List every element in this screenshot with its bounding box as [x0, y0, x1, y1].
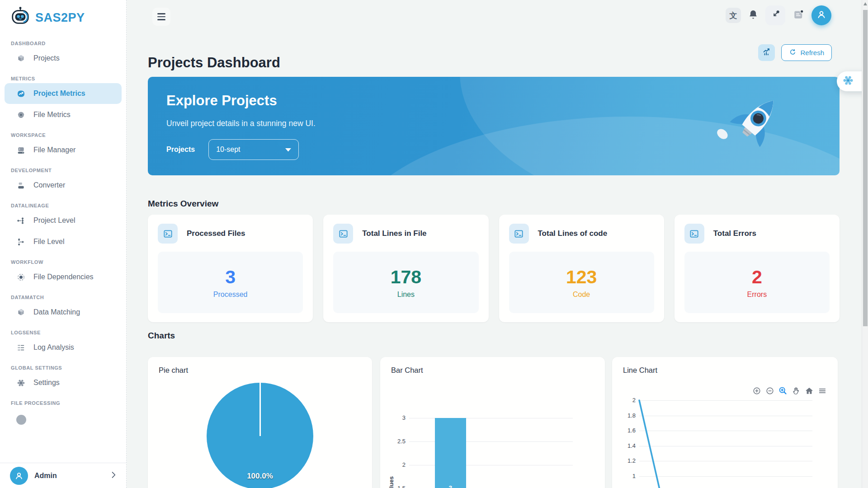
explore-banner: Explore Projects Unveil project details … — [148, 77, 840, 175]
bar-chart-area: 32.521.53Values — [380, 357, 605, 488]
scrollbar-thumb[interactable] — [863, 10, 868, 326]
bar-y-axis-title: Values — [388, 454, 395, 488]
home-icon[interactable] — [804, 386, 814, 395]
language-icon: 文 — [730, 10, 737, 21]
project-select-label: Projects — [166, 145, 195, 154]
user-avatar-button[interactable] — [811, 5, 831, 25]
app-name: SAS2PY — [35, 11, 85, 25]
sidebar-item-projects[interactable]: Projects — [5, 48, 122, 69]
language-button[interactable]: 文 — [726, 8, 741, 23]
topbar-actions: 文 — [726, 5, 831, 25]
sidebar-item-label: Project Level — [33, 216, 75, 225]
bar-series — [435, 418, 466, 488]
refresh-button[interactable]: Refresh — [781, 44, 832, 61]
line-chart-card: 21.81.61.41.21 Line Chart — [612, 357, 838, 488]
clipped-nav-icon — [16, 415, 26, 425]
zoom-in-icon[interactable] — [752, 386, 761, 395]
chart-title: Line Chart — [623, 366, 657, 375]
sidebar-nav: DASHBOARD Projects METRICS Project Metri… — [0, 33, 126, 463]
robot-logo-icon — [10, 6, 31, 29]
line-series — [612, 357, 838, 488]
project-select[interactable]: 10-sept — [208, 139, 299, 160]
terminal-icon — [509, 224, 529, 244]
metric-panel: 3 Processed — [158, 252, 303, 313]
app-logo[interactable]: SAS2PY — [0, 0, 126, 33]
charts-row: 100.0% Pie chart 32.521.53Values Bar Cha… — [127, 357, 862, 488]
collapse-button[interactable] — [765, 5, 785, 25]
project-select-value: 10-sept — [216, 145, 240, 154]
sidebar-item-settings[interactable]: Settings — [5, 372, 122, 393]
line-chart-area: 21.81.61.41.21 — [612, 357, 838, 488]
metric-panel: 2 Errors — [684, 252, 830, 313]
sidebar-item-project-metrics[interactable]: Project Metrics — [5, 83, 122, 104]
notifications-button[interactable] — [748, 9, 759, 22]
list-icon — [16, 343, 26, 352]
sidebar-item-file-metrics[interactable]: File Metrics — [5, 104, 122, 125]
sidebar-item-label: Project Metrics — [33, 89, 85, 98]
banner-title: Explore Projects — [166, 93, 277, 109]
menu-icon[interactable] — [817, 386, 827, 395]
scroll-up-arrow[interactable] — [863, 2, 867, 5]
pan-hand-icon[interactable] — [791, 386, 801, 395]
terminal-icon — [684, 224, 704, 244]
sidebar-item-label: File Manager — [33, 146, 75, 154]
zoom-box-icon[interactable] — [778, 386, 788, 395]
refresh-label: Refresh — [800, 49, 824, 56]
notes-button[interactable] — [792, 8, 805, 23]
focus-icon — [16, 272, 26, 282]
metric-panel: 178 Lines — [333, 252, 478, 313]
pie-slice-divider — [259, 383, 261, 436]
badge-icon — [16, 110, 26, 120]
sidebar-item-data-matching[interactable]: Data Matching — [5, 302, 122, 323]
rocket-illustration — [703, 77, 802, 175]
gear-icon — [16, 378, 26, 388]
metric-cards-row: Processed Files 3 Processed Total Lines … — [148, 215, 840, 322]
sidebar-toggle-button[interactable] — [152, 8, 170, 26]
converter-icon — [16, 181, 26, 190]
bell-icon — [748, 9, 759, 22]
sidebar-item-label: File Metrics — [33, 111, 71, 119]
sidebar-item-label: Data Matching — [33, 308, 80, 316]
chart-toolbar — [752, 386, 827, 395]
metric-label: Errors — [747, 291, 767, 299]
bar-gridline — [409, 465, 573, 465]
bar-value-label: 3 — [435, 484, 466, 488]
metric-title: Processed Files — [187, 229, 245, 238]
chart-toggle-button[interactable] — [758, 44, 775, 61]
sidebar-item-project-level[interactable]: Project Level — [5, 210, 122, 231]
user-icon — [816, 9, 827, 22]
metric-panel: 123 Code — [509, 252, 654, 313]
nav-section-dashboard: DASHBOARD — [11, 41, 115, 46]
terminal-icon — [158, 224, 178, 244]
main-content: 文 Proj — [127, 0, 862, 488]
bar-ytick-label: 2.5 — [380, 438, 406, 445]
nav-section-datalineage: DATALINEAGE — [11, 203, 115, 208]
sidebar-item-file-level[interactable]: File Level — [5, 231, 122, 252]
sidebar-item-log-analysis[interactable]: Log Analysis — [5, 337, 122, 358]
pie-slice-label: 100.0% — [237, 472, 283, 481]
refresh-icon — [789, 48, 797, 57]
metric-title: Total Lines in File — [362, 229, 426, 238]
bar-gridline — [409, 418, 573, 418]
pie-chart-area: 100.0% — [148, 357, 372, 488]
sidebar-item-label: File Level — [33, 238, 64, 246]
sidebar-item-label: Log Analysis — [33, 343, 74, 352]
bar-ytick-label: 3 — [380, 414, 406, 421]
admin-footer[interactable]: Admin — [0, 463, 126, 488]
metric-card-total-lines-code: Total Lines of code 123 Code — [499, 215, 664, 322]
admin-name: Admin — [34, 472, 103, 480]
terminal-icon — [333, 224, 353, 244]
metric-label: Lines — [397, 291, 415, 299]
sidebar-item-converter[interactable]: Converter — [5, 175, 122, 196]
hierarchy-icon — [16, 216, 26, 225]
zoom-out-icon[interactable] — [765, 386, 774, 395]
chevron-right-icon[interactable] — [109, 470, 118, 481]
bar-gridline — [409, 441, 573, 442]
sidebar-item-label: Settings — [33, 379, 60, 387]
metric-label: Code — [573, 291, 590, 299]
app-root: SAS2PY DASHBOARD Projects METRICS Projec… — [0, 0, 868, 488]
sidebar-item-label: Projects — [33, 54, 60, 62]
nav-section-development: DEVELOPMENT — [11, 168, 115, 173]
sidebar-item-file-dependencies[interactable]: File Dependencies — [5, 267, 122, 287]
sidebar-item-file-manager[interactable]: File Manager — [5, 140, 122, 160]
